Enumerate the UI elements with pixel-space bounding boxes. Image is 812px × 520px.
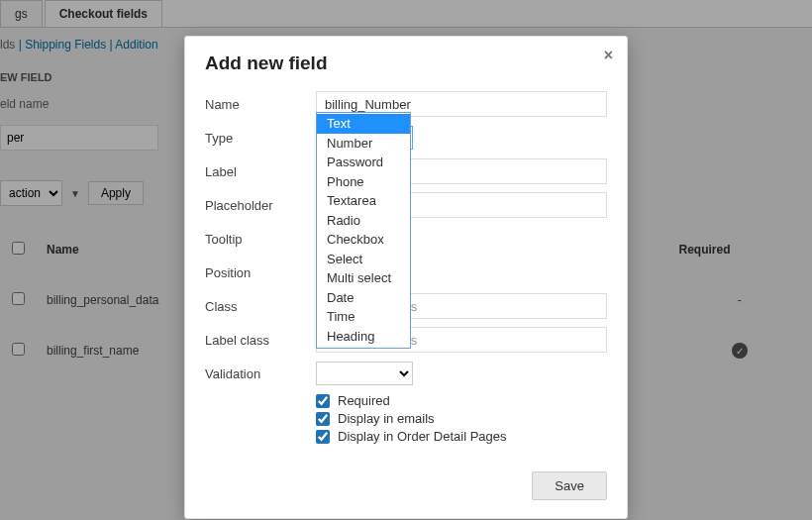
display-order-checkbox[interactable] <box>316 430 330 444</box>
dropdown-option[interactable]: Textarea <box>317 191 410 211</box>
name-label: Name <box>205 97 316 112</box>
display-order-row[interactable]: Display in Order Detail Pages <box>316 429 607 444</box>
required-checkbox-row[interactable]: Required <box>316 393 607 408</box>
modal-overlay: × Add new field Name Type Text Label Pla… <box>0 0 812 520</box>
type-dropdown-list[interactable]: Text Number Password Phone Textarea Radi… <box>316 112 411 349</box>
dropdown-option[interactable]: Select <box>317 250 410 269</box>
display-emails-label: Display in emails <box>338 411 435 426</box>
dropdown-option[interactable]: Password <box>317 153 410 172</box>
class-label: Class <box>205 299 316 314</box>
type-label: Type <box>205 131 316 146</box>
dropdown-option[interactable]: Heading <box>317 327 410 347</box>
required-checkbox[interactable] <box>316 394 330 408</box>
dropdown-option[interactable]: Date <box>317 288 410 308</box>
close-icon[interactable]: × <box>604 47 613 64</box>
dropdown-option[interactable]: Time <box>317 307 410 327</box>
dropdown-option[interactable]: Radio <box>317 211 410 231</box>
dropdown-option[interactable]: Number <box>317 134 410 154</box>
dropdown-option[interactable]: Text <box>317 114 410 134</box>
validation-label: Validation <box>205 366 316 381</box>
tooltip-label: Tooltip <box>205 232 316 247</box>
position-label: Position <box>205 265 316 280</box>
checkbox-group: Required Display in emails Display in Or… <box>316 393 607 444</box>
modal-title: Add new field <box>205 52 607 74</box>
placeholder-label: Placeholder <box>205 198 316 213</box>
display-emails-checkbox[interactable] <box>316 412 330 426</box>
display-emails-row[interactable]: Display in emails <box>316 411 607 426</box>
validation-select[interactable] <box>316 362 413 385</box>
save-button[interactable]: Save <box>532 471 607 500</box>
add-field-modal: × Add new field Name Type Text Label Pla… <box>184 36 628 519</box>
display-order-label: Display in Order Detail Pages <box>338 429 507 444</box>
label-label: Label <box>205 164 316 179</box>
required-label: Required <box>338 393 390 408</box>
dropdown-option[interactable]: Checkbox <box>317 230 410 250</box>
dropdown-option[interactable]: Multi select <box>317 268 410 288</box>
label-class-label: Label class <box>205 333 316 348</box>
dropdown-option[interactable]: Phone <box>317 172 410 192</box>
